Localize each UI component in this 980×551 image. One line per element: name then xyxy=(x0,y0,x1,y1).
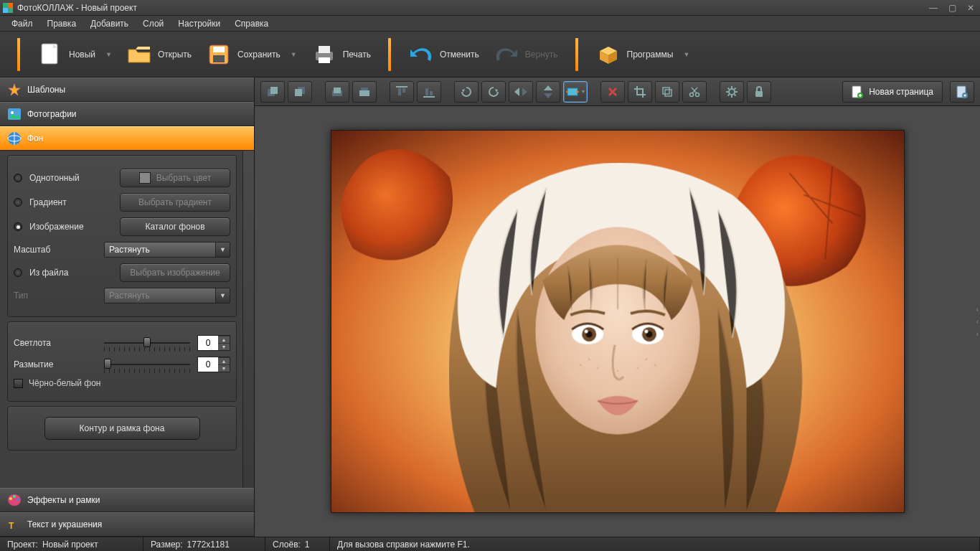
menu-layer[interactable]: Слой xyxy=(136,17,171,31)
maximize-button[interactable]: ▢ xyxy=(946,3,958,13)
type-label: Тип xyxy=(14,291,97,301)
undo-button[interactable]: Отменить xyxy=(401,37,486,72)
svg-point-17 xyxy=(9,497,12,500)
bg-adjust-group: Светлота ▲▼ Размытие ▲▼ Чёрно-белый фон xyxy=(7,321,237,402)
lightness-slider[interactable] xyxy=(104,336,190,350)
radio-gradient[interactable] xyxy=(14,198,22,207)
background-panel: Однотонный Выбрать цвет Градиент Выбрать… xyxy=(0,151,254,488)
flip-h-icon[interactable] xyxy=(509,81,533,103)
svg-rect-26 xyxy=(334,88,341,93)
radio-image[interactable] xyxy=(14,222,22,231)
spin-down-icon[interactable]: ▼ xyxy=(218,343,230,350)
spin-up-icon[interactable]: ▲ xyxy=(218,357,230,364)
minimize-button[interactable]: — xyxy=(927,3,940,13)
menu-file[interactable]: Файл xyxy=(4,17,40,31)
svg-marker-11 xyxy=(9,84,20,95)
layer-back-icon[interactable] xyxy=(288,81,312,103)
new-button[interactable]: Новый▼ xyxy=(30,37,119,72)
cut-icon[interactable] xyxy=(682,81,707,103)
align-top-icon[interactable] xyxy=(390,81,414,103)
delete-icon[interactable] xyxy=(600,81,625,103)
svg-rect-33 xyxy=(425,88,428,95)
menu-add[interactable]: Добавить xyxy=(83,17,136,31)
scrollbar[interactable] xyxy=(242,151,254,488)
layer-up-icon[interactable] xyxy=(325,81,349,103)
layer-down-icon[interactable] xyxy=(352,81,377,103)
contour-frame-button[interactable]: Контур и рамка фона xyxy=(44,417,200,440)
edge-expand[interactable]: ‹‹‹ xyxy=(976,306,979,338)
toolbar-separator xyxy=(17,38,20,71)
svg-rect-9 xyxy=(319,46,330,53)
svg-point-46 xyxy=(729,89,735,95)
lock-icon[interactable] xyxy=(747,81,771,103)
svg-rect-34 xyxy=(430,91,433,95)
sidebar-text[interactable]: T Текст и украшения xyxy=(0,512,254,537)
canvas-image xyxy=(331,131,904,512)
open-button[interactable]: Открыть xyxy=(119,37,199,72)
close-button[interactable]: ✕ xyxy=(964,3,977,13)
svg-rect-42 xyxy=(663,88,669,94)
gear-icon[interactable] xyxy=(720,81,744,103)
printer-icon xyxy=(311,42,337,67)
sidebar-templates[interactable]: Шаблоны xyxy=(0,77,254,102)
svg-point-19 xyxy=(17,498,19,501)
toolbar-separator xyxy=(388,38,391,71)
scale-label: Масштаб xyxy=(14,245,97,255)
spin-up-icon[interactable]: ▲ xyxy=(218,336,230,343)
svg-rect-22 xyxy=(270,87,278,94)
svg-rect-31 xyxy=(402,88,405,93)
blur-slider[interactable] xyxy=(104,357,190,372)
sidebar-photos[interactable]: Фотографии xyxy=(0,102,254,126)
titlebar: ФотоКОЛЛАЖ - Новый проект — ▢ ✕ xyxy=(0,0,980,16)
rotate-right-icon[interactable] xyxy=(481,81,506,103)
svg-marker-38 xyxy=(522,88,527,96)
radio-solid[interactable] xyxy=(14,174,22,182)
print-button[interactable]: Печать xyxy=(304,37,378,72)
canvas[interactable] xyxy=(331,130,905,513)
flip-v-icon[interactable] xyxy=(536,81,560,103)
svg-point-63 xyxy=(588,358,590,360)
bg-contour-group: Контур и рамка фона xyxy=(7,406,237,451)
choose-image-button[interactable]: Выбрать изображение xyxy=(120,263,230,282)
scale-select[interactable]: Растянуть▼ xyxy=(104,242,230,258)
align-bottom-icon[interactable] xyxy=(417,81,441,103)
lightness-label: Светлота xyxy=(14,338,97,348)
svg-point-62 xyxy=(644,329,648,333)
lightness-value[interactable]: ▲▼ xyxy=(197,335,230,351)
svg-rect-6 xyxy=(213,47,225,52)
svg-marker-40 xyxy=(544,93,552,98)
chevron-down-icon: ▼ xyxy=(291,51,297,58)
spin-down-icon[interactable]: ▼ xyxy=(218,364,230,372)
status-layers: Слоёв: 1 xyxy=(265,537,330,551)
folder-open-icon xyxy=(126,42,152,67)
menu-help[interactable]: Справка xyxy=(227,17,275,31)
sidebar-background[interactable]: Фон xyxy=(0,126,254,151)
bg-type-group: Однотонный Выбрать цвет Градиент Выбрать… xyxy=(7,155,237,317)
blur-value[interactable]: ▲▼ xyxy=(197,357,230,372)
choose-gradient-button[interactable]: Выбрать градиент xyxy=(120,193,230,212)
svg-point-58 xyxy=(584,329,588,333)
redo-icon xyxy=(494,42,519,67)
new-page-button[interactable]: Новая страница xyxy=(842,81,943,103)
sidebar-effects[interactable]: Эффекты и рамки xyxy=(0,488,254,512)
menu-edit[interactable]: Правка xyxy=(40,17,84,31)
type-select[interactable]: Растянуть▼ xyxy=(104,288,230,303)
menu-settings[interactable]: Настройки xyxy=(171,17,227,31)
status-size: Размер: 1772x1181 xyxy=(143,537,265,551)
crop-icon[interactable] xyxy=(628,81,652,103)
rotate-left-icon[interactable] xyxy=(454,81,479,103)
radio-from-file[interactable] xyxy=(14,268,22,277)
fit-width-icon[interactable]: ▼ xyxy=(563,81,588,103)
checkbox-bw[interactable] xyxy=(14,379,23,388)
redo-button[interactable]: Вернуть xyxy=(486,37,565,72)
duplicate-icon[interactable] xyxy=(655,81,679,103)
programs-button[interactable]: Программы▼ xyxy=(588,37,697,72)
status-help: Для вызова справки нажмите F1. xyxy=(330,537,980,551)
layer-front-icon[interactable] xyxy=(260,81,285,103)
bg-catalog-button[interactable]: Каталог фонов xyxy=(120,217,230,236)
save-button[interactable]: Сохранить▼ xyxy=(199,37,304,72)
icon-toolbar: ▼ Новая страница xyxy=(255,77,980,106)
page-settings-icon[interactable] xyxy=(950,81,974,103)
choose-color-button[interactable]: Выбрать цвет xyxy=(120,169,230,187)
canvas-area[interactable]: ‹‹‹ xyxy=(255,106,980,537)
